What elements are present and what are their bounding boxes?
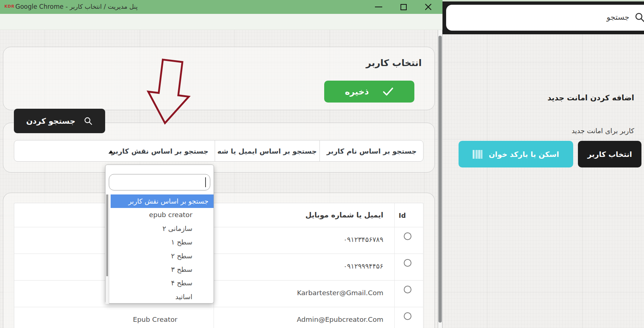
row-radio-1[interactable] xyxy=(404,232,411,240)
loan-user-label: کاربر برای امانت جدید xyxy=(459,127,634,135)
table-row-divider xyxy=(14,280,423,281)
window-title-page: پنل مدیریت / انتخاب کاربر xyxy=(70,3,138,10)
dropdown-scrollbar-thumb[interactable] xyxy=(106,194,108,276)
site-search-field[interactable]: جستجو xyxy=(446,5,644,31)
row-email-1: ۰۹۱۲۳۴۵۶۷۸۹ xyxy=(256,236,383,243)
scan-barcode-label: اسکن با بارکد خوان xyxy=(489,150,559,159)
row-radio-4[interactable] xyxy=(404,312,411,320)
close-icon xyxy=(424,3,432,11)
url-bar[interactable]: dev.libramee.com/Admin/Lending/CustomerS… xyxy=(0,14,442,30)
check-icon xyxy=(383,87,394,96)
red-arrow-annotation xyxy=(139,56,198,130)
row-radio-3[interactable] xyxy=(404,286,411,293)
popup-heading: انتخاب کاربر xyxy=(292,58,422,68)
search-submit-button[interactable]: جستجو کردن xyxy=(14,109,105,133)
row-email-3: Karbartester@Gmail.Com xyxy=(256,289,383,297)
site-body: اضافه کردن امانت جدید کاربر برای امانت ج… xyxy=(442,34,644,328)
role-dropdown-panel: جستجو بر اساس نقش کاربر epub creator ساز… xyxy=(105,165,214,304)
tab-search-by-role-label: جستجو بر اساس نقش کاربر xyxy=(111,147,208,155)
window-title-app: Google Chrome - xyxy=(15,3,70,10)
minimize-icon xyxy=(375,7,382,7)
popup-scrollbar-thumb[interactable] xyxy=(438,36,442,323)
dropdown-option-epub-creator[interactable]: epub creator xyxy=(110,208,214,221)
select-user-button[interactable]: انتخاب کاربر xyxy=(578,141,641,167)
text-caret xyxy=(205,177,206,187)
window-titlebar[interactable]: KDR Google Chrome - پنل مدیریت / انتخاب … xyxy=(0,0,442,14)
dropdown-option-org2[interactable]: سازمانی ۲ xyxy=(110,222,214,235)
row-email-2: ۰۹۱۲۹۹۹۴۴۵۶ xyxy=(256,262,383,270)
tab-search-by-role[interactable]: جستجو بر اساس نقش کاربر xyxy=(105,140,215,161)
table-header-email: ایمیل یا شماره موبایل xyxy=(256,211,383,219)
save-button-label: ذخیره xyxy=(345,87,369,96)
save-button[interactable]: ذخیره xyxy=(324,81,414,103)
window-title: Google Chrome - پنل مدیریت / انتخاب کارب… xyxy=(15,3,138,10)
minimize-button[interactable] xyxy=(370,0,387,14)
select-user-label: انتخاب کاربر xyxy=(587,150,632,159)
maximize-button[interactable] xyxy=(395,0,412,14)
search-icon xyxy=(84,117,93,126)
table-header-id: Id xyxy=(399,212,421,219)
background-page: جستجو اضافه کردن امانت جدید کاربر برای ا… xyxy=(442,0,644,328)
dropdown-option-level2[interactable]: سطح ۲ xyxy=(110,249,214,263)
tab-search-by-name-label: جستجو بر اساس نام کاربر xyxy=(327,147,417,155)
tab-search-by-email-label: جستجو بر اساس ایمیل یا شه xyxy=(217,147,317,155)
tab-search-by-email[interactable]: جستجو بر اساس ایمیل یا شه xyxy=(215,140,319,161)
tab-search-by-name[interactable]: جستجو بر اساس نام کاربر xyxy=(319,140,424,161)
row-radio-2[interactable] xyxy=(404,259,411,267)
search-submit-label: جستجو کردن xyxy=(26,117,76,126)
scan-barcode-button[interactable]: اسکن با بارکد خوان xyxy=(459,141,573,167)
dropdown-option-level3[interactable]: سطح ۳ xyxy=(110,263,214,276)
add-loan-heading: اضافه کردن امانت جدید xyxy=(459,93,634,102)
maximize-icon xyxy=(400,4,407,10)
dropdown-option-list: جستجو بر اساس نقش کاربر epub creator ساز… xyxy=(110,194,214,304)
dropdown-option-role-placeholder[interactable]: جستجو بر اساس نقش کاربر xyxy=(111,194,214,208)
chrome-popup-window: KDR Google Chrome - پنل مدیریت / انتخاب … xyxy=(0,0,442,328)
row-name-4: Epub Creator xyxy=(110,316,201,323)
kdr-favicon: KDR xyxy=(4,4,15,9)
dropdown-option-level1[interactable]: سطح ۱ xyxy=(110,235,214,249)
row-email-4: Admin@Epubcreator.Com xyxy=(256,316,383,323)
search-icon[interactable] xyxy=(635,12,644,23)
table-row-divider xyxy=(14,254,423,254)
screen: KDR Google Chrome - پنل مدیریت / انتخاب … xyxy=(0,0,644,328)
table-row-divider xyxy=(14,307,423,307)
search-tab-row: جستجو بر اساس نقش کاربر جستجو بر اساس ای… xyxy=(14,140,423,162)
dropdown-scrollbar[interactable] xyxy=(106,194,109,304)
dropdown-option-level4[interactable]: سطح ۴ xyxy=(110,276,214,290)
dropdown-option-teachers[interactable]: اساتید xyxy=(110,290,214,304)
table-row-divider xyxy=(14,227,423,227)
site-search-placeholder: جستجو xyxy=(585,13,629,22)
barcode-icon xyxy=(473,149,482,159)
close-button[interactable] xyxy=(420,0,437,14)
dropdown-open-caret-icon xyxy=(108,150,114,154)
site-header: جستجو xyxy=(442,1,644,34)
table-column-divider xyxy=(394,203,395,328)
dropdown-search-input[interactable] xyxy=(109,174,210,190)
